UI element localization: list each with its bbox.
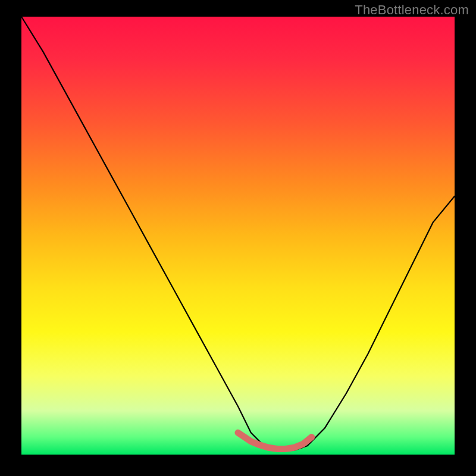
watermark-text: TheBottleneck.com	[355, 2, 469, 18]
plot-area	[21, 17, 455, 455]
chart-frame: TheBottleneck.com	[0, 0, 476, 476]
bottleneck-curve	[21, 17, 455, 450]
highlight-flat-region	[238, 433, 312, 449]
curve-svg	[21, 17, 455, 455]
